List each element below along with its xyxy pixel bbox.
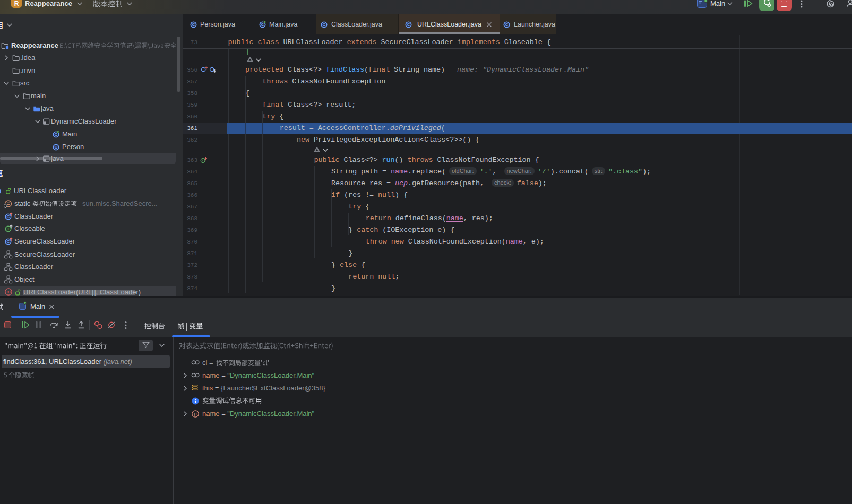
svg-text:C: C [7,214,10,219]
svg-text:C: C [407,22,410,27]
svg-text:C: C [323,22,326,27]
svg-text:C: C [192,22,195,27]
svg-text:C: C [505,22,509,27]
svg-text:I: I [7,227,8,231]
svg-text:C: C [7,239,10,244]
svg-text:C: C [55,145,58,150]
svg-text:p: p [194,411,196,416]
svg-text:m: m [6,289,10,294]
